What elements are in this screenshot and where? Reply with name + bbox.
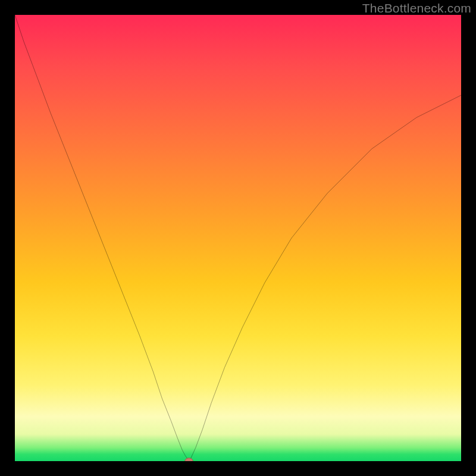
curve-layer (15, 15, 461, 461)
watermark-text: TheBottleneck.com (362, 1, 471, 15)
bottleneck-curve (15, 15, 461, 461)
optimal-point-marker (185, 458, 193, 461)
plot-area (15, 15, 461, 461)
chart-frame: TheBottleneck.com (0, 0, 476, 476)
